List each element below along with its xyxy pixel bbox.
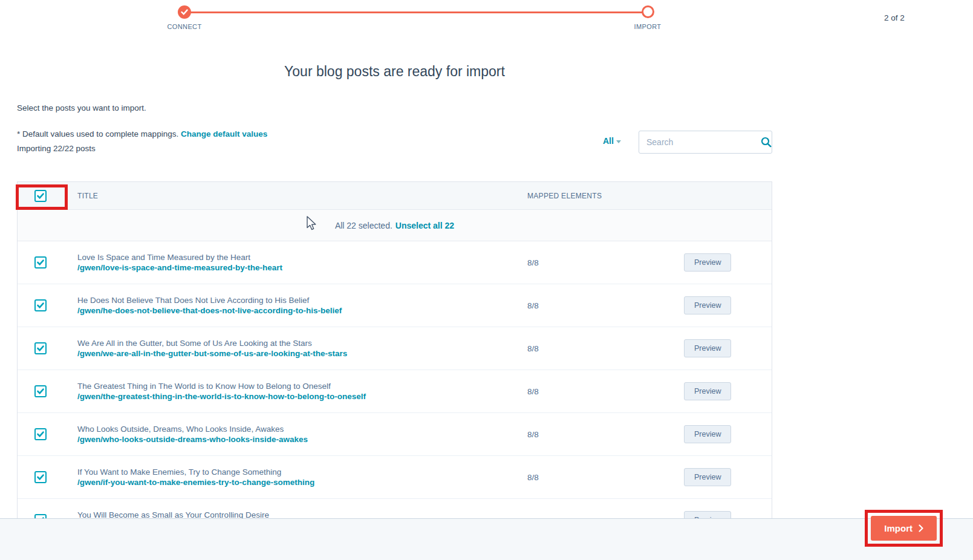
row-text-block: You Will Become as Small as Your Control… [77, 510, 269, 519]
chevron-right-icon [919, 524, 923, 532]
filter-scope-label: All [603, 136, 614, 146]
change-default-values-link[interactable]: Change default values [181, 129, 267, 138]
row-text-block: He Does Not Believe That Does Not Live A… [77, 295, 342, 316]
row-checkbox[interactable] [34, 256, 47, 269]
post-slug-link[interactable]: /gwen/who-looks-outside-dreams-who-looks… [77, 434, 308, 444]
table-row: He Does Not Believe That Does Not Live A… [18, 284, 772, 327]
table-row: Love Is Space and Time Measured by the H… [18, 241, 772, 284]
post-slug-link[interactable]: /gwen/the-greatest-thing-in-the-world-is… [77, 391, 366, 402]
page-title: Your blog posts are ready for import [17, 63, 772, 80]
mapped-elements-count: 8/8 [527, 344, 539, 353]
selection-summary-text: All 22 selected. [335, 221, 392, 230]
mappings-note-text: * Default values used to complete mappin… [17, 129, 178, 138]
post-title: Who Looks Outside, Dreams, Who Looks Ins… [77, 424, 308, 434]
preview-button[interactable]: Preview [684, 425, 731, 443]
select-all-checkbox[interactable] [34, 190, 47, 202]
mappings-note: * Default values used to complete mappin… [17, 129, 267, 138]
check-icon [37, 193, 44, 199]
check-icon [37, 302, 44, 308]
row-checkbox[interactable] [34, 299, 47, 311]
row-checkbox[interactable] [34, 385, 47, 397]
table-row: You Will Become as Small as Your Control… [18, 499, 772, 519]
column-header-title: TITLE [77, 192, 98, 200]
row-text-block: Love Is Space and Time Measured by the H… [77, 252, 282, 273]
footer-bar [0, 518, 973, 560]
search-icon[interactable] [761, 137, 772, 148]
check-icon [37, 388, 44, 394]
table-row: The Greatest Thing in The World is to Kn… [18, 370, 772, 413]
mapped-elements-count: 8/8 [527, 301, 539, 310]
mapped-elements-count: 8/8 [527, 387, 539, 396]
row-checkbox[interactable] [34, 471, 47, 483]
highlight-box-import: Import [865, 510, 943, 547]
unselect-all-link[interactable]: Unselect all 22 [395, 221, 454, 230]
preview-button[interactable]: Preview [684, 339, 731, 357]
row-text-block: If You Want to Make Enemies, Try to Chan… [77, 467, 314, 487]
preview-button[interactable]: Preview [684, 296, 731, 314]
importing-count: Importing 22/22 posts [17, 144, 96, 153]
mapped-elements-count: 8/8 [527, 473, 539, 482]
step-progress-count: 2 of 2 [884, 13, 905, 22]
row-text-block: Who Looks Outside, Dreams, Who Looks Ins… [77, 424, 308, 444]
mapped-elements-count: 8/8 [527, 258, 539, 267]
row-checkbox[interactable] [34, 342, 47, 354]
selection-summary-row: All 22 selected. Unselect all 22 [18, 210, 772, 241]
post-title: He Does Not Believe That Does Not Live A… [77, 295, 342, 305]
chevron-down-icon [616, 140, 621, 143]
preview-button[interactable]: Preview [684, 468, 731, 486]
post-title: The Greatest Thing in The World is to Kn… [77, 381, 366, 391]
page-subtitle: Select the posts you want to import. [17, 103, 146, 112]
column-header-mapped-elements: MAPPED ELEMENTS [527, 192, 602, 200]
search-box [639, 131, 772, 154]
posts-table: TITLE MAPPED ELEMENTS All 22 selected. U… [17, 181, 772, 519]
post-title: We Are All in the Gutter, but Some of Us… [77, 338, 347, 348]
filter-scope-dropdown[interactable]: All [603, 136, 621, 146]
preview-button[interactable]: Preview [684, 253, 731, 272]
post-slug-link[interactable]: /gwen/we-are-all-in-the-gutter-but-some-… [77, 348, 347, 359]
table-header-row: TITLE MAPPED ELEMENTS [18, 182, 772, 210]
post-slug-link[interactable]: /gwen/love-is-space-and-time-measured-by… [77, 262, 282, 273]
row-text-block: We Are All in the Gutter, but Some of Us… [77, 338, 347, 359]
table-row: If You Want to Make Enemies, Try to Chan… [18, 456, 772, 499]
step-import-label: IMPORT [611, 23, 684, 30]
table-row: Who Looks Outside, Dreams, Who Looks Ins… [18, 413, 772, 456]
check-icon [37, 474, 44, 480]
post-title: If You Want to Make Enemies, Try to Chan… [77, 467, 314, 477]
mapped-elements-count: 8/8 [527, 430, 539, 439]
stepper-connector-line [190, 11, 642, 13]
table-row: We Are All in the Gutter, but Some of Us… [18, 327, 772, 370]
post-title: Love Is Space and Time Measured by the H… [77, 252, 282, 262]
step-import-circle-icon [642, 5, 654, 18]
check-icon [37, 431, 44, 437]
table-body: Love Is Space and Time Measured by the H… [18, 241, 772, 519]
step-connect-label: CONNECT [148, 23, 221, 30]
check-icon [37, 259, 44, 265]
import-button[interactable]: Import [871, 516, 937, 541]
check-icon [181, 9, 188, 15]
post-title: You Will Become as Small as Your Control… [77, 510, 269, 519]
search-input[interactable] [645, 137, 757, 148]
import-button-label: Import [884, 523, 913, 533]
row-text-block: The Greatest Thing in The World is to Kn… [77, 381, 366, 402]
check-icon [37, 345, 44, 351]
post-slug-link[interactable]: /gwen/if-you-want-to-make-enemies-try-to… [77, 477, 314, 487]
step-connect-complete-icon [178, 5, 191, 19]
preview-button[interactable]: Preview [684, 382, 731, 400]
post-slug-link[interactable]: /gwen/he-does-not-believe-that-does-not-… [77, 305, 342, 316]
row-checkbox[interactable] [34, 428, 47, 440]
